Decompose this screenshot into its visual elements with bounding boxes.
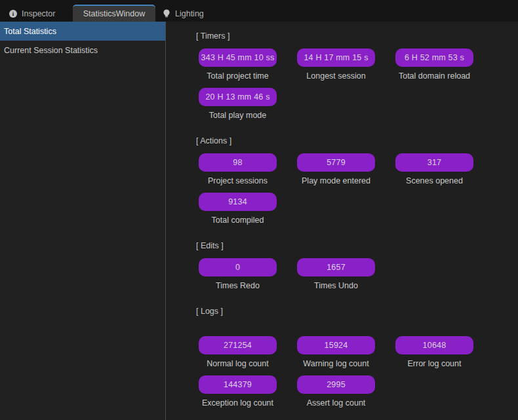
stat-label: Total compiled [199,216,277,225]
section-title: [ Actions ] [196,137,518,145]
sidebar-item-current-session-statistics[interactable]: Current Session Statistics [0,41,165,60]
stat-value-pill: 271254 [199,336,277,354]
tab-inspector-label: Inspector [22,9,55,18]
info-icon: i [9,10,17,18]
stat-times-redo: 0 Times Redo [199,258,297,290]
stat-label: Project sessions [199,177,277,185]
stat-label: Total domain reload [395,72,473,81]
stat-value-pill: 20 H 13 mm 46 s [199,88,277,106]
tab-lighting[interactable]: Lighting [160,5,207,22]
stat-longest-session: 14 H 17 mm 15 s Longest session [297,48,395,81]
stat-play-mode-entered: 5779 Play mode entered [297,153,395,185]
section-logs: [ Logs ] 271254 Normal log count 15924 W… [196,307,518,408]
stat-label: Times Redo [199,282,277,290]
stat-exception-log-count: 144379 Exception log count [199,375,297,408]
stat-value-pill: 14 H 17 mm 15 s [297,48,375,67]
section-timers: [ Timers ] 343 H 45 mm 10 ss Total proje… [196,32,518,120]
stat-normal-log-count: 271254 Normal log count [199,336,297,368]
tab-inspector[interactable]: i Inspector [7,5,58,22]
stat-label: Play mode entered [297,177,375,185]
stat-label: Normal log count [199,360,277,368]
stat-total-project-time: 343 H 45 mm 10 ss Total project time [199,48,297,81]
stat-value-pill: 9134 [199,193,277,211]
stat-label: Total project time [199,72,277,81]
stat-value-pill: 343 H 45 mm 10 ss [199,48,277,67]
stat-error-log-count: 10648 Error log count [395,336,494,368]
tab-lighting-label: Lighting [175,9,204,18]
stat-label: Longest session [297,72,375,81]
stat-grid: 343 H 45 mm 10 ss Total project time 14 … [199,48,500,120]
stat-value-pill: 10648 [395,336,473,354]
tab-statistics-window[interactable]: StatisticsWindow [73,5,155,22]
stat-label: Exception log count [199,399,277,408]
section-title: [ Logs ] [196,307,518,316]
statistics-content: [ Timers ] 343 H 45 mm 10 ss Total proje… [167,22,518,420]
stat-assert-log-count: 2995 Assert log count [297,375,395,408]
stat-label: Times Undo [297,282,375,290]
stat-value-pill: 98 [199,153,277,172]
stat-label: Error log count [395,360,473,368]
stat-value-pill: 1657 [297,258,375,277]
stat-grid: 0 Times Redo 1657 Times Undo [199,258,500,290]
sidebar-item-label: Current Session Statistics [4,46,98,55]
stat-label: Warning log count [297,360,375,368]
stat-value-pill: 2995 [297,375,375,394]
sidebar-item-total-statistics[interactable]: Total Statistics [0,22,165,41]
stat-grid: 271254 Normal log count 15924 Warning lo… [199,336,500,408]
stat-scenes-opened: 317 Scenes opened [395,153,494,185]
section-title: [ Edits ] [196,242,518,250]
stat-label: Scenes opened [395,177,473,185]
stat-project-sessions: 98 Project sessions [199,153,297,185]
section-title: [ Timers ] [196,32,518,41]
stat-label: Total play mode [199,111,277,120]
section-edits: [ Edits ] 0 Times Redo 1657 Times Undo [196,242,518,290]
stat-value-pill: 317 [395,153,473,172]
stat-value-pill: 144379 [199,375,277,394]
stat-grid: 98 Project sessions 5779 Play mode enter… [199,153,500,225]
stat-label: Assert log count [297,399,375,408]
tab-statistics-window-label: StatisticsWindow [83,9,145,18]
stat-total-compiled: 9134 Total compiled [199,193,297,225]
stat-value-pill: 0 [199,258,277,277]
stat-value-pill: 6 H 52 mm 53 s [395,48,473,67]
window-tab-bar: i Inspector StatisticsWindow Lighting [0,0,518,22]
stat-value-pill: 15924 [297,336,375,354]
section-actions: [ Actions ] 98 Project sessions 5779 Pla… [196,137,518,225]
stat-times-undo: 1657 Times Undo [297,258,395,290]
stat-total-domain-reload: 6 H 52 mm 53 s Total domain reload [395,48,494,81]
stat-warning-log-count: 15924 Warning log count [297,336,395,368]
statistics-sidebar: Total Statistics Current Session Statist… [0,22,166,420]
sidebar-item-label: Total Statistics [4,27,56,36]
lightbulb-icon [163,9,170,18]
stat-total-play-mode: 20 H 13 mm 46 s Total play mode [199,88,297,120]
stat-value-pill: 5779 [297,153,375,172]
